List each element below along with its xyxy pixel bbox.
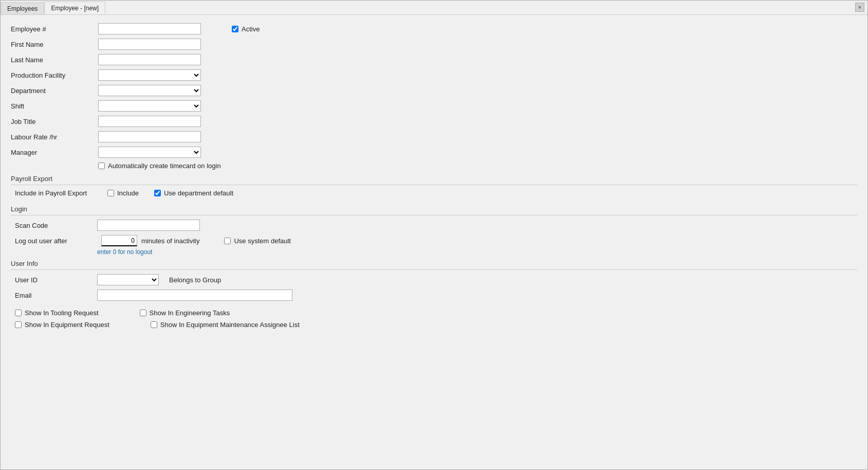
manager-label: Manager [11,149,98,156]
job-title-label: Job Title [11,118,98,125]
first-name-label: First Name [11,41,98,48]
user-id-label: User ID [15,276,97,284]
include-checkbox-label: Include [117,189,139,197]
use-dept-default-group: Use department default [154,189,233,197]
last-name-label: Last Name [11,56,98,64]
scan-code-input[interactable] [97,220,200,231]
show-tooling-group: Show In Tooling Request [15,309,99,317]
user-id-select[interactable] [97,274,159,285]
use-dept-default-label: Use department default [164,189,233,197]
logout-label: Log out user after [15,237,97,245]
show-tooling-checkbox[interactable] [15,310,22,316]
user-id-row: User ID Belongs to Group [15,274,857,285]
first-name-input[interactable] [98,39,201,50]
active-section: Active [232,25,260,33]
manager-row: Manager [11,147,857,158]
first-name-row: First Name [11,39,857,50]
active-label: Active [242,25,260,33]
show-tooling-label: Show In Tooling Request [25,309,99,317]
logout-minutes-input[interactable] [101,235,137,246]
title-bar: Employees Employee - [new] × [1,1,867,15]
last-name-input[interactable] [98,54,201,65]
belongs-to-group-label: Belongs to Group [169,276,221,284]
use-system-default-group: Use system default [224,237,291,245]
auto-timecard-label: Automatically create timecard on login [108,162,221,170]
show-equipment-maint-group: Show In Equipment Maintenance Assignee L… [151,321,300,329]
main-window: Employees Employee - [new] × Employee # … [0,0,868,470]
show-in-row-2: Show In Equipment Request Show In Equipm… [15,321,857,329]
hint-text: enter 0 for no logout [97,248,857,256]
production-facility-row: Production Facility [11,69,857,81]
include-checkbox[interactable] [107,190,114,196]
show-engineering-group: Show In Engineering Tasks [140,309,230,317]
show-equipment-checkbox[interactable] [15,321,22,328]
email-row: Email [15,290,857,301]
production-facility-label: Production Facility [11,71,98,79]
logout-row: Log out user after minutes of inactivity… [15,235,857,246]
department-label: Department [11,87,98,95]
employee-num-row: Employee # Active [11,23,857,34]
use-system-default-checkbox[interactable] [224,238,231,244]
use-system-default-label: Use system default [234,237,291,245]
last-name-row: Last Name [11,54,857,65]
show-in-row-1: Show In Tooling Request Show In Engineer… [15,309,857,317]
include-check-group: Include [107,189,139,197]
show-engineering-label: Show In Engineering Tasks [150,309,230,317]
shift-select[interactable] [98,100,201,112]
tab-employees[interactable]: Employees [1,2,44,14]
login-divider: Login [11,205,857,215]
production-facility-select[interactable] [98,69,201,81]
active-checkbox[interactable] [232,26,238,32]
employee-num-input[interactable] [98,23,201,34]
show-equipment-maint-checkbox[interactable] [151,321,157,328]
employee-num-label: Employee # [11,25,98,33]
email-label: Email [15,292,97,299]
user-info-section-title: User Info [11,260,857,267]
payroll-row: Include in Payroll Export Include Use de… [15,189,857,197]
payroll-checks: Include Use department default [107,189,233,197]
labour-rate-input[interactable] [98,131,201,142]
show-equipment-group: Show In Equipment Request [15,321,109,329]
department-row: Department [11,85,857,96]
manager-select[interactable] [98,147,201,158]
job-title-input[interactable] [98,116,201,127]
department-select[interactable] [98,85,201,96]
close-button[interactable]: × [855,3,864,12]
labour-rate-row: Labour Rate /hr [11,131,857,142]
labour-rate-label: Labour Rate /hr [11,133,98,141]
login-section-title: Login [11,205,857,213]
payroll-section-title: Payroll Export [11,175,857,183]
payroll-include-label: Include in Payroll Export [15,189,97,197]
shift-label: Shift [11,102,98,110]
job-title-row: Job Title [11,116,857,127]
scan-code-row: Scan Code [15,220,857,231]
show-in-section: Show In Tooling Request Show In Engineer… [15,309,857,329]
tab-employee-new[interactable]: Employee - [new] [44,2,105,14]
auto-timecard-row: Automatically create timecard on login [98,162,857,170]
show-engineering-checkbox[interactable] [140,310,146,316]
user-info-divider: User Info [11,260,857,270]
minutes-label: minutes of inactivity [141,237,199,245]
shift-row: Shift [11,100,857,112]
use-dept-default-checkbox[interactable] [154,190,161,196]
email-input[interactable] [97,290,292,301]
show-equipment-label: Show In Equipment Request [25,321,109,329]
scan-code-label: Scan Code [15,222,97,229]
payroll-divider: Payroll Export [11,175,857,185]
show-equipment-maint-label: Show In Equipment Maintenance Assignee L… [160,321,300,329]
auto-timecard-checkbox[interactable] [98,162,105,169]
main-content: Employee # Active First Name Last Name P… [1,15,867,469]
